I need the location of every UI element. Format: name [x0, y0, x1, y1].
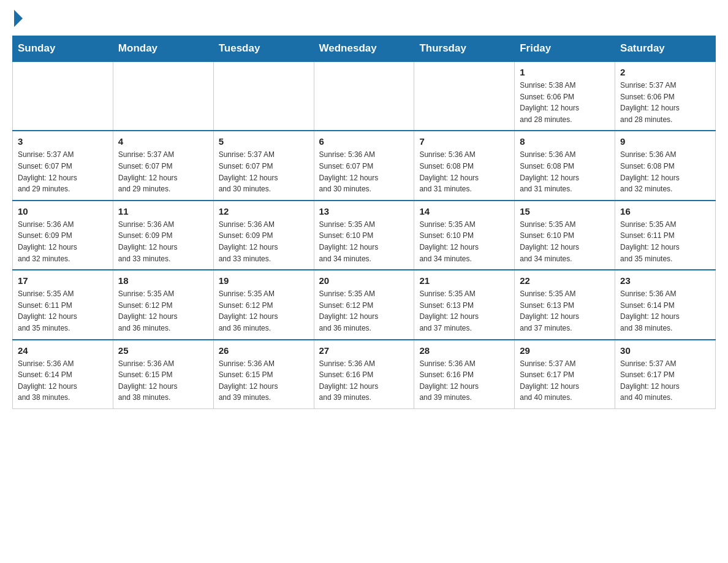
day-number: 28: [419, 345, 509, 356]
page-header: [12, 12, 716, 23]
calendar-cell: 11Sunrise: 5:36 AM Sunset: 6:09 PM Dayli…: [113, 201, 213, 270]
day-number: 11: [118, 206, 208, 216]
day-number: 18: [118, 275, 208, 286]
calendar-cell: 4Sunrise: 5:37 AM Sunset: 6:07 PM Daylig…: [113, 131, 213, 200]
calendar-cell: 22Sunrise: 5:35 AM Sunset: 6:13 PM Dayli…: [515, 270, 615, 339]
day-number: 13: [319, 206, 409, 216]
logo-arrow-icon: [14, 10, 23, 27]
day-info: Sunrise: 5:36 AM Sunset: 6:16 PM Dayligh…: [319, 358, 409, 404]
calendar-cell: 1Sunrise: 5:38 AM Sunset: 6:06 PM Daylig…: [515, 61, 615, 131]
day-number: 1: [520, 67, 610, 77]
day-number: 19: [219, 275, 309, 286]
day-info: Sunrise: 5:35 AM Sunset: 6:10 PM Dayligh…: [419, 219, 509, 264]
day-number: 9: [620, 136, 710, 147]
day-number: 25: [118, 345, 208, 356]
calendar-cell: [213, 61, 314, 131]
day-info: Sunrise: 5:35 AM Sunset: 6:10 PM Dayligh…: [319, 219, 409, 264]
day-number: 24: [18, 345, 108, 356]
calendar-cell: 14Sunrise: 5:35 AM Sunset: 6:10 PM Dayli…: [414, 201, 515, 270]
calendar-cell: 21Sunrise: 5:35 AM Sunset: 6:13 PM Dayli…: [414, 270, 515, 339]
calendar-cell: 24Sunrise: 5:36 AM Sunset: 6:14 PM Dayli…: [13, 340, 113, 409]
calendar-cell: 19Sunrise: 5:35 AM Sunset: 6:12 PM Dayli…: [213, 270, 314, 339]
calendar-cell: 23Sunrise: 5:36 AM Sunset: 6:14 PM Dayli…: [615, 270, 716, 339]
day-number: 16: [620, 206, 710, 216]
calendar-cell: 29Sunrise: 5:37 AM Sunset: 6:17 PM Dayli…: [515, 340, 615, 409]
day-info: Sunrise: 5:37 AM Sunset: 6:06 PM Dayligh…: [620, 80, 710, 125]
calendar-cell: 9Sunrise: 5:36 AM Sunset: 6:08 PM Daylig…: [615, 131, 716, 200]
week-row-1: 1Sunrise: 5:38 AM Sunset: 6:06 PM Daylig…: [13, 61, 716, 131]
day-info: Sunrise: 5:35 AM Sunset: 6:12 PM Dayligh…: [118, 288, 208, 334]
day-info: Sunrise: 5:36 AM Sunset: 6:15 PM Dayligh…: [118, 358, 208, 404]
day-number: 27: [319, 345, 409, 356]
calendar-cell: 20Sunrise: 5:35 AM Sunset: 6:12 PM Dayli…: [314, 270, 414, 339]
day-number: 20: [319, 275, 409, 286]
calendar-cell: 27Sunrise: 5:36 AM Sunset: 6:16 PM Dayli…: [314, 340, 414, 409]
day-number: 3: [18, 136, 108, 147]
day-number: 10: [18, 206, 108, 216]
calendar-cell: [13, 61, 113, 131]
day-info: Sunrise: 5:35 AM Sunset: 6:11 PM Dayligh…: [18, 288, 108, 334]
day-info: Sunrise: 5:36 AM Sunset: 6:14 PM Dayligh…: [18, 358, 108, 404]
week-row-5: 24Sunrise: 5:36 AM Sunset: 6:14 PM Dayli…: [13, 340, 716, 409]
day-number: 6: [319, 136, 409, 147]
calendar-table: Sunday Monday Tuesday Wednesday Thursday…: [12, 36, 716, 409]
calendar-cell: 13Sunrise: 5:35 AM Sunset: 6:10 PM Dayli…: [314, 201, 414, 270]
day-info: Sunrise: 5:36 AM Sunset: 6:07 PM Dayligh…: [319, 149, 409, 194]
calendar-cell: [113, 61, 213, 131]
day-info: Sunrise: 5:35 AM Sunset: 6:10 PM Dayligh…: [520, 219, 610, 264]
day-info: Sunrise: 5:38 AM Sunset: 6:06 PM Dayligh…: [520, 80, 610, 125]
header-friday: Friday: [515, 36, 615, 62]
day-info: Sunrise: 5:35 AM Sunset: 6:13 PM Dayligh…: [419, 288, 509, 334]
header-thursday: Thursday: [414, 36, 515, 62]
day-number: 17: [18, 275, 108, 286]
header-sunday: Sunday: [13, 36, 113, 62]
day-number: 15: [520, 206, 610, 216]
day-info: Sunrise: 5:37 AM Sunset: 6:17 PM Dayligh…: [620, 358, 710, 404]
day-number: 7: [419, 136, 509, 147]
day-number: 21: [419, 275, 509, 286]
day-info: Sunrise: 5:36 AM Sunset: 6:08 PM Dayligh…: [419, 149, 509, 194]
day-number: 2: [620, 67, 710, 77]
day-info: Sunrise: 5:36 AM Sunset: 6:08 PM Dayligh…: [520, 149, 610, 194]
day-info: Sunrise: 5:36 AM Sunset: 6:09 PM Dayligh…: [118, 219, 208, 264]
calendar-cell: 10Sunrise: 5:36 AM Sunset: 6:09 PM Dayli…: [13, 201, 113, 270]
calendar-cell: 6Sunrise: 5:36 AM Sunset: 6:07 PM Daylig…: [314, 131, 414, 200]
day-info: Sunrise: 5:36 AM Sunset: 6:09 PM Dayligh…: [18, 219, 108, 264]
calendar-cell: 8Sunrise: 5:36 AM Sunset: 6:08 PM Daylig…: [515, 131, 615, 200]
logo: [12, 12, 23, 23]
calendar-cell: 12Sunrise: 5:36 AM Sunset: 6:09 PM Dayli…: [213, 201, 314, 270]
calendar-cell: 15Sunrise: 5:35 AM Sunset: 6:10 PM Dayli…: [515, 201, 615, 270]
calendar-cell: 2Sunrise: 5:37 AM Sunset: 6:06 PM Daylig…: [615, 61, 716, 131]
day-number: 30: [620, 345, 710, 356]
week-row-4: 17Sunrise: 5:35 AM Sunset: 6:11 PM Dayli…: [13, 270, 716, 339]
day-number: 26: [219, 345, 309, 356]
day-number: 29: [520, 345, 610, 356]
calendar-cell: [314, 61, 414, 131]
header-tuesday: Tuesday: [213, 36, 314, 62]
day-number: 4: [118, 136, 208, 147]
day-info: Sunrise: 5:36 AM Sunset: 6:14 PM Dayligh…: [620, 288, 710, 334]
day-info: Sunrise: 5:36 AM Sunset: 6:16 PM Dayligh…: [419, 358, 509, 404]
calendar-cell: 16Sunrise: 5:35 AM Sunset: 6:11 PM Dayli…: [615, 201, 716, 270]
day-number: 12: [219, 206, 309, 216]
header-monday: Monday: [113, 36, 213, 62]
day-info: Sunrise: 5:37 AM Sunset: 6:17 PM Dayligh…: [520, 358, 610, 404]
day-info: Sunrise: 5:37 AM Sunset: 6:07 PM Dayligh…: [118, 149, 208, 194]
header-wednesday: Wednesday: [314, 36, 414, 62]
calendar-cell: 18Sunrise: 5:35 AM Sunset: 6:12 PM Dayli…: [113, 270, 213, 339]
day-info: Sunrise: 5:35 AM Sunset: 6:12 PM Dayligh…: [219, 288, 309, 334]
weekday-header-row: Sunday Monday Tuesday Wednesday Thursday…: [13, 36, 716, 62]
day-number: 22: [520, 275, 610, 286]
day-number: 8: [520, 136, 610, 147]
day-info: Sunrise: 5:36 AM Sunset: 6:08 PM Dayligh…: [620, 149, 710, 194]
calendar-cell: 25Sunrise: 5:36 AM Sunset: 6:15 PM Dayli…: [113, 340, 213, 409]
calendar-cell: 30Sunrise: 5:37 AM Sunset: 6:17 PM Dayli…: [615, 340, 716, 409]
day-number: 5: [219, 136, 309, 147]
calendar-cell: 17Sunrise: 5:35 AM Sunset: 6:11 PM Dayli…: [13, 270, 113, 339]
calendar-cell: 3Sunrise: 5:37 AM Sunset: 6:07 PM Daylig…: [13, 131, 113, 200]
day-info: Sunrise: 5:35 AM Sunset: 6:13 PM Dayligh…: [520, 288, 610, 334]
header-saturday: Saturday: [615, 36, 716, 62]
day-info: Sunrise: 5:36 AM Sunset: 6:09 PM Dayligh…: [219, 219, 309, 264]
calendar-cell: 28Sunrise: 5:36 AM Sunset: 6:16 PM Dayli…: [414, 340, 515, 409]
day-info: Sunrise: 5:35 AM Sunset: 6:11 PM Dayligh…: [620, 219, 710, 264]
